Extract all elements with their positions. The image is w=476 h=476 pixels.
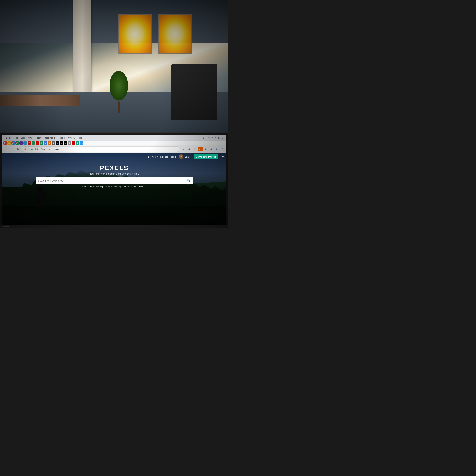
drive-icon[interactable]: ▲: [7, 141, 11, 145]
battery-display: 100 %: [208, 137, 213, 139]
pexels-hero-content: PEXELS Best free stock photos in one pla…: [36, 164, 193, 188]
background-photo: [0, 0, 228, 142]
search-tag-wood[interactable]: wood: [131, 186, 136, 188]
ext3-icon[interactable]: ◆: [44, 141, 47, 145]
url-text: https://www.pexels.com: [35, 148, 60, 151]
pdf-icon[interactable]: P: [28, 141, 31, 145]
search-tag-vintage[interactable]: vintage: [105, 186, 112, 188]
monitor-frame: hrome File Edit View History Bookmarks P…: [0, 133, 228, 228]
chrome-addressbar: ‹ › ↻ 🔒 Secure https://www.pexels.com ★ …: [2, 145, 226, 153]
search-tag-more[interactable]: more →: [138, 186, 146, 188]
tools-nav-link[interactable]: Tools: [171, 155, 176, 158]
menu-bookmarks[interactable]: Bookmarks: [44, 137, 55, 139]
search-tag-training[interactable]: training: [96, 186, 103, 188]
secure-icon: 🔒: [24, 148, 26, 150]
pexels-website: Browse ▾ License Tools D: [2, 153, 226, 228]
search-tag-house[interactable]: house: [82, 186, 88, 188]
ext7-icon[interactable]: M: [64, 141, 67, 145]
pexels-logo: PEXELS: [100, 164, 129, 171]
sheets-icon[interactable]: ▦: [40, 141, 43, 145]
clock-display: Wed 16:15: [215, 137, 225, 139]
url-bar[interactable]: 🔒 Secure https://www.pexels.com: [22, 146, 180, 152]
pexels-search-input[interactable]: [38, 179, 187, 182]
user-profile-nav[interactable]: D Daniel: [179, 154, 191, 159]
ext6-icon[interactable]: M: [60, 141, 63, 145]
pinterest-icon[interactable]: P: [192, 147, 197, 152]
pexels-navbar: Browse ▾ License Tools D: [2, 153, 226, 161]
search-tag-blur[interactable]: blur: [90, 186, 94, 188]
ext4-icon[interactable]: ◆: [48, 141, 51, 145]
ext1-icon[interactable]: ●: [19, 141, 23, 145]
ext11-icon[interactable]: ◯: [80, 141, 83, 145]
chrome-ext-icon3[interactable]: ◉: [204, 147, 208, 152]
pexels-search-bar[interactable]: 🔍: [36, 177, 193, 184]
menu-file[interactable]: File: [14, 137, 18, 139]
chrome-ext-icon4[interactable]: ◆: [209, 147, 214, 152]
menu-window[interactable]: Window: [68, 137, 75, 139]
menu-edit[interactable]: Edit: [21, 137, 24, 139]
pexels-tagline: Best free stock photos in one place. Lea…: [89, 172, 139, 175]
taskbar-search-label: Searches: [2, 226, 9, 228]
browse-nav-link[interactable]: Browse ▾: [148, 155, 158, 158]
calendar2-icon[interactable]: 📆: [16, 141, 19, 145]
browse-chevron-icon: ▾: [156, 155, 158, 158]
pexels-search-tags: house blur training vintage meeting phon…: [82, 186, 146, 188]
reload-button[interactable]: ↻: [16, 147, 20, 152]
nav-more-icon[interactable]: •••: [221, 155, 224, 158]
sound-icon: ♪: [205, 137, 206, 139]
youtube-icon[interactable]: ▶: [35, 141, 39, 145]
forward-button[interactable]: ›: [10, 147, 14, 152]
calendar-icon[interactable]: 📅: [11, 141, 15, 145]
chrome-extension-bar: M ▲ 📅 📆 ● ✈ P ● ▶ ▦ ◆ ◆ ◆ M M M ◉ ∞ ◉ ◯: [2, 141, 226, 145]
wifi-icon: ⊙: [203, 137, 204, 139]
ext5-icon[interactable]: ◆: [52, 141, 55, 145]
chrome-titlebar: hrome File Edit View History Bookmarks P…: [2, 135, 226, 141]
system-icons: ⊙ ♪ 100 % Wed 16:15: [203, 137, 225, 139]
medium-icon[interactable]: M: [56, 141, 59, 145]
back-button[interactable]: ‹: [4, 147, 8, 152]
chrome-settings-icon[interactable]: ⋮: [220, 147, 225, 152]
extension-icons: M ▲ 📅 📆 ● ✈ P ● ▶ ▦ ◆ ◆ ◆ M M M ◉ ∞ ◉ ◯: [3, 141, 86, 145]
chrome-ext-icon2[interactable]: OFF: [198, 147, 203, 152]
menu-people[interactable]: People: [58, 137, 65, 139]
ext9-icon[interactable]: ∞: [72, 141, 75, 145]
close-tab-icon[interactable]: ✕: [85, 142, 86, 144]
user-avatar: D: [179, 154, 183, 159]
bookmark-star-icon[interactable]: ★: [182, 147, 186, 152]
telegram-icon[interactable]: ✈: [23, 141, 27, 145]
menu-help[interactable]: Help: [78, 137, 83, 139]
chrome-toolbar-icons: ★ ◆ P OFF ◉ ◆ ◉ ⋮: [182, 147, 225, 152]
gmail-icon[interactable]: M: [3, 141, 7, 145]
user-name: Daniel: [185, 155, 191, 158]
contribute-photos-button[interactable]: Contribute Photos: [194, 154, 218, 159]
chrome-ext-icon5[interactable]: ◉: [215, 147, 219, 152]
search-tag-phone[interactable]: phone: [123, 186, 130, 188]
ext8-icon[interactable]: ◉: [68, 141, 71, 145]
ext2-icon[interactable]: ●: [32, 141, 35, 145]
search-tag-meeting[interactable]: meeting: [114, 186, 121, 188]
pexels-search-icon: 🔍: [187, 179, 191, 182]
menu-history[interactable]: History: [35, 137, 41, 139]
secure-label: Secure: [28, 148, 34, 150]
browser-window: hrome File Edit View History Bookmarks P…: [2, 135, 226, 228]
menu-view[interactable]: View: [28, 137, 32, 139]
taskbar: Searches: [0, 225, 228, 228]
menu-chrome[interactable]: hrome: [5, 137, 11, 139]
license-nav-link[interactable]: License: [160, 155, 168, 158]
chrome-menu: hrome File Edit View History Bookmarks P…: [5, 137, 83, 139]
hero-person-silhouette: [34, 185, 47, 207]
chrome-ext-icon1[interactable]: ◆: [187, 147, 192, 152]
nav-links: Browse ▾ License Tools D: [148, 154, 224, 159]
ext10-icon[interactable]: ◉: [76, 141, 79, 145]
learn-more-link[interactable]: Learn more: [127, 172, 139, 175]
